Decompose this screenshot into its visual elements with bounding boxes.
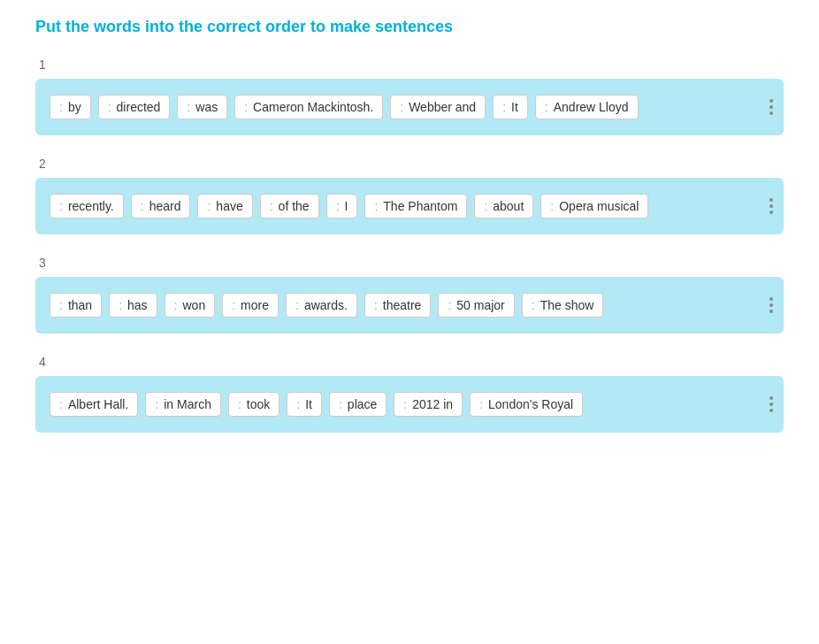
word-chip-4-1[interactable]: Albert Hall.	[50, 392, 138, 417]
page-title: Put the words into the correct order to …	[35, 18, 784, 36]
word-chip-1-6[interactable]: It	[493, 95, 528, 119]
word-chip-3-4[interactable]: more	[222, 293, 279, 318]
word-chip-2-2[interactable]: heard	[131, 194, 191, 218]
word-chip-2-3[interactable]: have	[197, 194, 252, 218]
word-chip-1-2[interactable]: directed	[98, 95, 171, 119]
word-chip-3-2[interactable]: has	[109, 293, 157, 318]
exercise-block-4: 4Albert Hall.in MarchtookItplace2012 inL…	[35, 355, 784, 433]
word-chip-3-3[interactable]: won	[165, 293, 216, 318]
word-chip-4-3[interactable]: took	[228, 392, 279, 417]
word-chip-1-7[interactable]: Andrew Lloyd	[535, 95, 639, 119]
exercise-block-1: 1bydirectedwasCameron Mackintosh.Webber …	[35, 58, 784, 135]
word-chip-2-6[interactable]: The Phantom	[364, 194, 467, 218]
word-chip-1-5[interactable]: Webber and	[390, 95, 486, 119]
exercise-number-4: 4	[39, 355, 784, 369]
word-chip-1-1[interactable]: by	[50, 95, 91, 119]
word-chip-2-7[interactable]: about	[474, 194, 533, 218]
word-chip-3-8[interactable]: The show	[522, 293, 604, 318]
drag-handle-3[interactable]	[769, 297, 773, 313]
word-chip-1-4[interactable]: Cameron Mackintosh.	[234, 95, 383, 119]
word-chip-1-3[interactable]: was	[177, 95, 227, 119]
word-bank-2[interactable]: recently.heardhaveof theIThe Phantomabou…	[35, 178, 784, 234]
drag-handle-4[interactable]	[769, 396, 773, 412]
word-chip-4-4[interactable]: It	[287, 392, 322, 417]
drag-handle-1[interactable]	[769, 99, 773, 115]
exercise-number-1: 1	[39, 58, 784, 72]
drag-handle-2[interactable]	[769, 198, 773, 214]
word-chip-4-2[interactable]: in March	[145, 392, 221, 417]
word-chip-2-8[interactable]: Opera musical	[540, 194, 648, 218]
exercise-block-3: 3thanhaswonmoreawards.theatre50 majorThe…	[35, 256, 784, 334]
word-chip-3-6[interactable]: theatre	[364, 293, 431, 318]
exercise-number-3: 3	[39, 256, 784, 270]
word-chip-2-5[interactable]: I	[326, 194, 358, 218]
word-bank-1[interactable]: bydirectedwasCameron Mackintosh.Webber a…	[35, 79, 784, 135]
word-chip-3-1[interactable]: than	[50, 293, 102, 318]
exercise-block-2: 2recently.heardhaveof theIThe Phantomabo…	[35, 157, 784, 234]
word-chip-3-7[interactable]: 50 major	[438, 293, 514, 318]
word-chip-4-5[interactable]: place	[329, 392, 387, 417]
word-chip-2-1[interactable]: recently.	[50, 194, 124, 218]
word-chip-4-7[interactable]: London's Royal	[470, 392, 583, 417]
word-bank-3[interactable]: thanhaswonmoreawards.theatre50 majorThe …	[35, 277, 784, 334]
word-chip-4-6[interactable]: 2012 in	[394, 392, 463, 417]
word-bank-4[interactable]: Albert Hall.in MarchtookItplace2012 inLo…	[35, 376, 784, 433]
word-chip-2-4[interactable]: of the	[260, 194, 319, 218]
word-chip-3-5[interactable]: awards.	[286, 293, 357, 318]
exercise-number-2: 2	[39, 157, 784, 171]
